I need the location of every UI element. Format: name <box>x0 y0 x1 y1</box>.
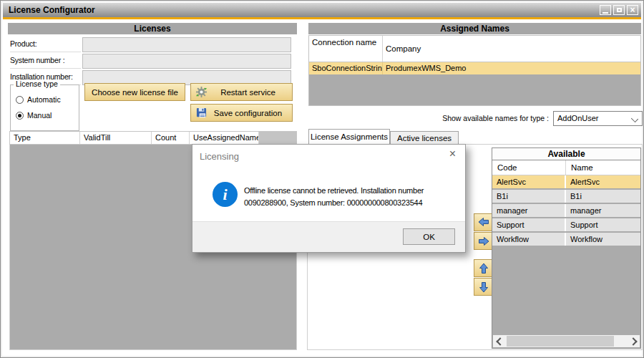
arrow-left-icon <box>478 216 489 229</box>
column-connection-name[interactable]: Connection name <box>309 36 383 62</box>
arrow-down-icon <box>478 281 489 293</box>
scroll-left-arrow[interactable] <box>493 335 505 347</box>
chevron-left-icon <box>496 337 504 345</box>
product-label: Product: <box>10 37 81 52</box>
floppy-disk-icon <box>196 107 207 118</box>
assign-right-button[interactable] <box>474 232 493 250</box>
code-cell[interactable]: manager <box>492 204 566 217</box>
restart-service-label: Restart service <box>220 88 275 97</box>
dialog-title: Licensing <box>200 151 239 162</box>
available-panel-header: Available <box>492 148 640 160</box>
maximize-button[interactable] <box>613 5 625 15</box>
code-cell[interactable]: AlertSvc <box>492 175 566 188</box>
scroll-right-arrow[interactable] <box>628 335 640 347</box>
name-cell[interactable]: Support <box>566 218 640 231</box>
restart-service-button[interactable]: Restart service <box>190 83 293 101</box>
company-cell[interactable]: ProdumexWMS_Demo <box>383 62 640 74</box>
close-button[interactable]: × <box>627 5 638 15</box>
dialog-message-line2: 0090288900, System number: 0000000008003… <box>244 197 463 209</box>
tab-active-licenses[interactable]: Active licenses <box>390 131 459 145</box>
code-cell[interactable]: Support <box>492 218 566 231</box>
code-cell[interactable]: B1i <box>492 190 566 203</box>
gear-icon <box>196 87 207 97</box>
window-controls: × <box>600 5 638 15</box>
choose-new-license-file-button[interactable]: Choose new license file <box>84 83 185 101</box>
name-cell[interactable]: Workflow <box>566 233 640 246</box>
available-row-b1i[interactable]: B1i B1i <box>492 190 640 203</box>
dialog-message-line1: Offline license cannot be retrieved. Ins… <box>244 185 463 197</box>
column-validtill[interactable]: ValidTill <box>80 132 152 144</box>
assigned-names-row[interactable]: SboConnectionString ProdumexWMS_Demo <box>309 62 640 74</box>
column-code[interactable]: Code <box>492 160 566 175</box>
column-count[interactable]: Count <box>152 132 190 144</box>
licensing-dialog: Licensing × Offline license cannot be re… <box>192 144 466 253</box>
available-horizontal-scrollbar[interactable] <box>493 335 640 347</box>
code-cell[interactable]: Workflow <box>492 233 566 246</box>
dialog-close-button[interactable]: × <box>449 148 456 160</box>
system-number-field[interactable] <box>82 54 291 69</box>
window-title: License Configurator <box>3 5 95 15</box>
available-row-alertsvc[interactable]: AlertSvc AlertSvc <box>492 175 640 188</box>
names-type-selected-value: AddOnUser <box>557 114 598 122</box>
dialog-footer: OK <box>192 221 465 252</box>
assigned-names-table[interactable]: Connection name Company SboConnectionStr… <box>308 35 641 106</box>
accent-line <box>3 17 641 19</box>
license-type-group: License type Automatic Manual <box>10 84 79 131</box>
radio-automatic-label: Automatic <box>27 95 61 104</box>
name-cell[interactable]: AlertSvc <box>566 175 640 188</box>
license-type-label: License type <box>14 79 60 88</box>
radio-manual[interactable]: Manual <box>16 111 52 120</box>
names-type-select[interactable]: AddOnUser <box>553 111 643 126</box>
name-cell[interactable]: manager <box>566 204 640 217</box>
window-titlebar[interactable]: License Configurator × <box>3 3 641 17</box>
assign-left-button[interactable] <box>474 213 493 231</box>
system-number-label: System number : <box>10 53 81 69</box>
close-icon: × <box>630 6 635 14</box>
arrow-up-icon <box>478 263 489 274</box>
column-name[interactable]: Name <box>566 160 640 175</box>
scrollbar-thumb[interactable] <box>507 336 614 347</box>
minimize-icon <box>602 12 608 14</box>
available-row-workflow[interactable]: Workflow Workflow <box>492 233 640 246</box>
radio-automatic[interactable]: Automatic <box>16 95 61 104</box>
dialog-message: Offline license cannot be retrieved. Ins… <box>244 185 463 209</box>
app-window: License Configurator × Licenses Product:… <box>0 0 644 358</box>
product-field[interactable] <box>82 37 291 52</box>
tab-license-assignments[interactable]: License Assignments <box>308 129 390 145</box>
column-type[interactable]: Type <box>10 132 80 144</box>
move-up-button[interactable] <box>474 259 493 277</box>
minimize-button[interactable] <box>600 5 611 15</box>
column-company[interactable]: Company <box>383 36 640 62</box>
save-configuration-button[interactable]: Save configuration <box>190 104 293 122</box>
assigned-names-panel-header: Assigned Names <box>308 23 641 34</box>
available-panel: Available Code Name AlertSvc AlertSvc B1… <box>492 147 641 349</box>
radio-automatic-icon <box>16 96 24 104</box>
available-row-support[interactable]: Support Support <box>492 218 640 231</box>
save-configuration-label: Save configuration <box>214 109 282 117</box>
arrow-right-icon <box>478 236 489 247</box>
licenses-panel-header: Licenses <box>8 23 297 34</box>
choose-new-license-file-label: Choose new license file <box>92 88 178 97</box>
ok-button[interactable]: OK <box>403 228 455 245</box>
move-down-button[interactable] <box>474 278 493 296</box>
names-type-filter-label: Show available names for type : <box>442 114 549 122</box>
chevron-down-icon <box>631 115 638 122</box>
radio-manual-icon <box>16 112 24 120</box>
licenses-table-header[interactable]: Type ValidTill Count UseAssignedName <box>9 131 297 145</box>
chevron-right-icon <box>629 337 637 345</box>
available-header-row: Code Name <box>492 160 640 175</box>
assigned-names-header-row: Connection name Company <box>309 36 640 62</box>
name-cell[interactable]: B1i <box>566 190 640 203</box>
column-filler <box>259 132 296 144</box>
available-row-manager[interactable]: manager manager <box>492 204 640 217</box>
info-icon <box>213 182 238 207</box>
maximize-icon <box>617 8 622 12</box>
license-configurator-app: License Configurator × Licenses Product:… <box>0 0 644 358</box>
radio-manual-label: Manual <box>27 111 52 120</box>
connection-name-cell[interactable]: SboConnectionString <box>309 62 383 74</box>
column-useassignedname[interactable]: UseAssignedName <box>190 132 259 144</box>
